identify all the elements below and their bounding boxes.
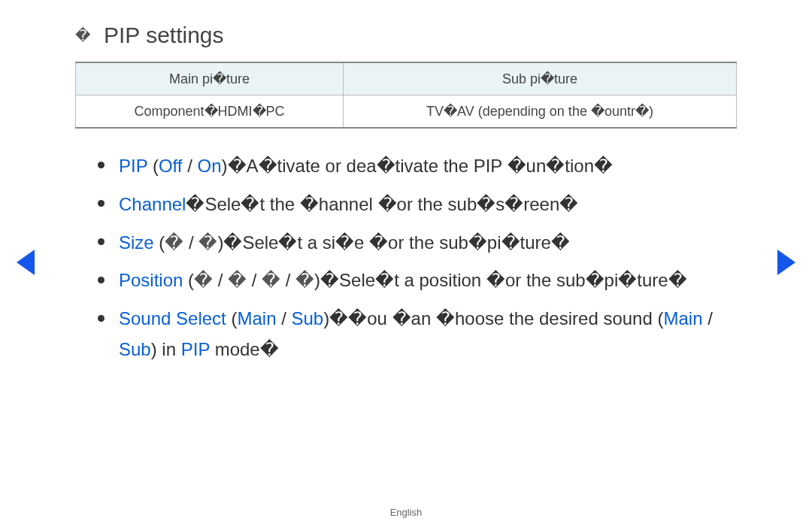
sound-mid1: ou �an �hoose the desired sound (	[367, 308, 663, 329]
sound-sub2: Sub	[119, 339, 151, 359]
sound-sub: Sub	[292, 308, 324, 329]
pip-on: On	[198, 156, 222, 176]
page-title: PIP settings	[104, 23, 224, 48]
position-glyph-2: �	[228, 270, 247, 290]
list-item-size: Size (� / �)�Sele�t a si�e �or the sub�p…	[98, 228, 737, 259]
sound-main: Main	[237, 308, 276, 329]
size-key: Size	[119, 232, 154, 253]
pip-sep3: )�	[222, 156, 247, 176]
sound-main2: Main	[663, 308, 702, 329]
position-key: Position	[119, 270, 183, 290]
table-cell-sub: TV�AV (depending on the �ountr�)	[344, 95, 737, 129]
table-row: Component�HDMI�PC TV�AV (depending on th…	[76, 95, 737, 129]
pip-desc: A�tivate or dea�tivate the PIP �un�tion�	[247, 156, 613, 176]
position-sep2: /	[247, 270, 262, 290]
list-item-channel: Channel�Sele�t the �hannel �or the sub�s…	[98, 189, 737, 220]
pip-key: PIP	[119, 156, 147, 176]
nav-prev-button[interactable]	[17, 250, 35, 275]
sound-mid2: ) in	[151, 339, 181, 359]
sound-post: )��	[323, 308, 367, 329]
size-pre: (	[154, 232, 165, 253]
sound-sep: /	[276, 308, 291, 329]
position-pre: (	[183, 270, 194, 290]
size-glyph-2: �	[198, 232, 217, 253]
footer-language: English	[0, 507, 812, 518]
page-title-row: � PIP settings	[75, 23, 737, 48]
list-item-sound: Sound Select (Main / Sub)��ou �an �hoose…	[98, 304, 737, 365]
channel-key: Channel	[119, 194, 186, 214]
position-glyph-3: �	[262, 270, 280, 290]
size-desc: Sele�t a si�e �or the sub�pi�ture�	[242, 232, 570, 253]
sound-sep2: /	[702, 308, 712, 329]
size-sep: /	[183, 232, 198, 253]
pip-sep2: /	[183, 156, 198, 176]
title-bullet-icon: �	[75, 26, 90, 44]
position-desc: Sele�t a position �or the sub�pi�ture�	[339, 270, 687, 290]
position-post: )�	[314, 270, 339, 290]
list-item-pip: PIP (Off / On)�A�tivate or dea�tivate th…	[98, 151, 737, 182]
table-cell-main: Component�HDMI�PC	[76, 95, 344, 129]
position-sep1: /	[213, 270, 228, 290]
position-sep3: /	[280, 270, 295, 290]
pip-sep1: (	[147, 156, 159, 176]
sound-pre: (	[226, 308, 238, 329]
settings-list: PIP (Off / On)�A�tivate or dea�tivate th…	[75, 151, 737, 365]
position-glyph-1: �	[194, 270, 213, 290]
channel-sep: �	[186, 194, 205, 214]
channel-desc: Sele�t the �hannel �or the sub�s�reen�	[205, 194, 578, 214]
sound-pipkey: PIP	[181, 339, 210, 359]
sound-tail: mode�	[210, 339, 279, 359]
table-header-main: Main pi�ture	[76, 62, 344, 95]
sound-key: Sound Select	[119, 308, 226, 329]
size-post: )�	[217, 232, 242, 253]
table-header-sub: Sub pi�ture	[344, 62, 737, 95]
size-glyph-1: �	[165, 232, 183, 253]
list-item-position: Position (� / � / � / �)�Sele�t a positi…	[98, 265, 737, 296]
pip-sources-table: Main pi�ture Sub pi�ture Component�HDMI�…	[75, 62, 737, 129]
nav-next-button[interactable]	[777, 250, 795, 275]
page-content: � PIP settings Main pi�ture Sub pi�ture …	[0, 0, 812, 365]
pip-off: Off	[159, 156, 183, 176]
position-glyph-4: �	[295, 270, 314, 290]
